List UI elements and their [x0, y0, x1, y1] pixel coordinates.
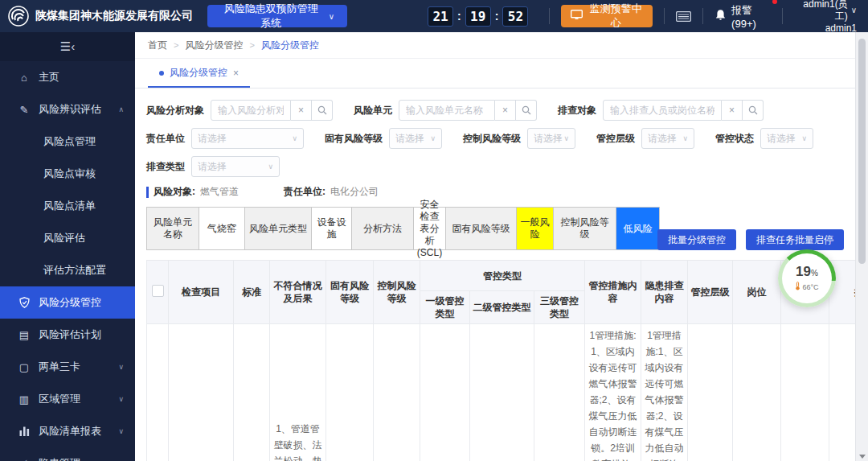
chevron-down-icon: ∨	[430, 134, 436, 142]
col-header-control-type-l3: 三级管控类型	[534, 291, 585, 324]
sidebar-fold-bar: ☰‹	[0, 32, 135, 61]
col-header-standard: 标准	[234, 261, 270, 324]
shield-icon	[18, 297, 31, 308]
filter-row-2: 责任单位 请选择∨ 固有风险等级 请选择∨ 控制风险等级 请选择∨ 管控层级 请…	[146, 128, 868, 149]
sidebar-item-risk-point-list[interactable]: 风险点清单	[0, 190, 135, 222]
sidebar-item-two-lists-three-cards[interactable]: ▢ 两单三卡 ∨	[0, 351, 135, 383]
sidebar-item-assessment-method-config[interactable]: 评估方法配置	[0, 254, 135, 286]
risk-unit-search-group: ×	[399, 100, 537, 121]
monitor-icon	[571, 10, 583, 23]
col-header-check-item: 检查项目	[169, 261, 234, 324]
topbar-divider	[549, 8, 550, 24]
system-monitor-widget[interactable]: 19% 66°C	[778, 249, 836, 307]
filter-label-control-risk-level: 控制风险等级	[463, 132, 521, 146]
cell-standard: 无泄漏	[234, 324, 270, 461]
sidebar-item-hidden-danger-management[interactable]: ⚡ 隐患管理 ∨	[0, 447, 135, 461]
responsible-unit-label: 责任单位:	[284, 185, 326, 199]
col-header-consequence: 不符合情况及后果	[270, 261, 326, 324]
sidebar-item-risk-assessment[interactable]: 风险评估	[0, 222, 135, 254]
select-all-checkbox[interactable]	[152, 285, 164, 297]
clock-separator: :	[457, 10, 461, 23]
analysis-object-input[interactable]	[211, 100, 291, 121]
clear-icon[interactable]: ×	[722, 100, 743, 121]
breadcrumb-home[interactable]: 首页	[148, 39, 167, 52]
chevron-down-icon: ∨	[118, 427, 124, 435]
filter-label-inspection-object: 排查对象	[558, 104, 596, 117]
breadcrumb-risk-grading[interactable]: 风险分级管控	[185, 39, 243, 52]
chevron-down-icon: ∨	[563, 134, 569, 142]
sidebar-item-risk-point-review[interactable]: 风险点审核	[0, 158, 135, 190]
control-layer-select[interactable]: 请选择∨	[641, 128, 694, 149]
search-icon[interactable]	[312, 100, 333, 121]
sidebar: ☰‹ ⌂ 主页 ✎ 风险辨识评估 ∧ 风险点管理 风险点审核 风险点清单 风险评…	[0, 32, 135, 461]
filter-label-control-status: 管控状态	[715, 132, 754, 146]
risk-unit-input[interactable]	[399, 100, 495, 121]
control-status-select[interactable]: 请选择∨	[760, 128, 813, 149]
clock-minutes: 19	[465, 6, 491, 27]
bar-chart-icon	[18, 426, 31, 436]
filter-row-1: 风险分析对象 × 风险单元 × 排查对象 ×	[146, 100, 868, 121]
search-icon[interactable]	[743, 100, 764, 121]
edit-icon: ✎	[18, 104, 31, 116]
cell-check-item: 管壁/法兰/法兰跨接线路	[169, 324, 234, 461]
user-role: admin1(员工)	[797, 0, 848, 23]
gauge-percent: 19%	[796, 265, 818, 281]
batch-task-toggle-button[interactable]: 排查任务批量启停	[746, 229, 844, 250]
sidebar-item-area-management[interactable]: ▥ 区域管理 ∨	[0, 383, 135, 415]
filter-label-responsible-unit: 责任单位	[146, 132, 185, 146]
menu-fold-icon[interactable]: ☰‹	[60, 39, 75, 54]
batch-grading-control-button[interactable]: 批量分级管控	[657, 229, 736, 250]
cell-control-risk: 低风险	[374, 324, 420, 461]
company-name: 陕煤集团神木能源发展有限公司	[35, 9, 193, 23]
sidebar-item-home[interactable]: ⌂ 主页	[0, 61, 135, 93]
tab-label: 风险分级管控	[170, 66, 227, 80]
responsible-unit-select[interactable]: 请选择∨	[191, 128, 304, 149]
chevron-down-icon: ∨	[801, 134, 807, 142]
scrollbar-thumb[interactable]	[858, 39, 866, 264]
cell-control-type-l2: 关键设备/部件	[470, 324, 534, 461]
chevron-down-icon: ∨	[329, 12, 334, 21]
cell-inherent-risk: 一般风险	[326, 324, 374, 461]
risk-table: 检查项目 标准 不符合情况及后果 固有风险等级 控制风险等级 管控类型 管控措施…	[146, 260, 855, 461]
main-area: 首页 > 风险分级管控 > 风险分级管控 风险分级管控 × 风险分析对象 × 风…	[135, 32, 868, 461]
user-menu[interactable]: admin1(员工) ∨ admin1	[797, 0, 857, 35]
inspection-type-select[interactable]: 请选择∨	[191, 156, 280, 177]
inspection-object-input[interactable]	[603, 100, 722, 121]
sidebar-item-risk-grading-control[interactable]: 风险分级管控	[0, 286, 135, 319]
breadcrumb-current: 风险分级管控	[261, 39, 319, 52]
info-row: 风险对象: 燃气管道 责任单位: 电化分公司	[146, 185, 868, 199]
gauge-temperature: 66°C	[795, 282, 818, 292]
filter-row-3: 排查类型 请选择∨	[146, 156, 868, 177]
search-icon[interactable]	[516, 100, 537, 121]
tab-risk-grading-control[interactable]: 风险分级管控 ×	[148, 60, 250, 88]
summary-unit-name-label: 风险单元名称	[146, 207, 199, 250]
keyboard-icon[interactable]	[676, 11, 691, 22]
summary-analysis-method-label: 分析方法	[351, 207, 414, 250]
sidebar-item-risk-identification[interactable]: ✎ 风险辨识评估 ∧	[0, 93, 135, 126]
alarm-badge-dot	[772, 0, 777, 4]
sidebar-item-risk-list-report[interactable]: 风险清单报表 ∨	[0, 415, 135, 447]
chevron-down-icon: ∨	[851, 4, 857, 16]
scrollbar-down-arrow-icon[interactable]	[859, 455, 866, 459]
summary-row: 风险单元名称 气烧窑 风险单元类型 设备设施 分析方法 安全检查表分析(SCL)…	[146, 207, 868, 250]
control-risk-level-select[interactable]: 请选择∨	[527, 128, 575, 149]
col-header-control-measures: 管控措施内容	[585, 261, 641, 324]
vertical-scrollbar	[855, 32, 868, 461]
gauge-inner: 19% 66°C	[782, 253, 832, 303]
alarm-button[interactable]: 报警(99+)	[714, 3, 771, 30]
cell-control-type-l3: 管理措施	[534, 324, 585, 461]
sidebar-item-risk-assessment-plan[interactable]: ▤ 风险评估计划	[0, 319, 135, 351]
tab-bar: 风险分级管控 ×	[135, 59, 868, 88]
filter-label-analysis-object: 风险分析对象	[146, 104, 204, 117]
tab-active-dot-icon	[159, 71, 164, 76]
responsible-unit-value: 电化分公司	[330, 185, 379, 199]
inherent-risk-level-select[interactable]: 请选择∨	[389, 128, 442, 149]
tab-close-icon[interactable]: ×	[233, 68, 239, 79]
clear-icon[interactable]: ×	[495, 100, 516, 121]
system-select-button[interactable]: 风险隐患双预防管理系统 ∨	[207, 5, 347, 27]
cell-control-layer: 部门级	[688, 324, 733, 461]
clear-icon[interactable]: ×	[291, 100, 312, 121]
monitor-center-button[interactable]: 监测预警中心	[561, 5, 653, 27]
breadcrumb: 首页 > 风险分级管控 > 风险分级管控	[135, 32, 868, 59]
sidebar-item-risk-point-management[interactable]: 风险点管理	[0, 126, 135, 158]
